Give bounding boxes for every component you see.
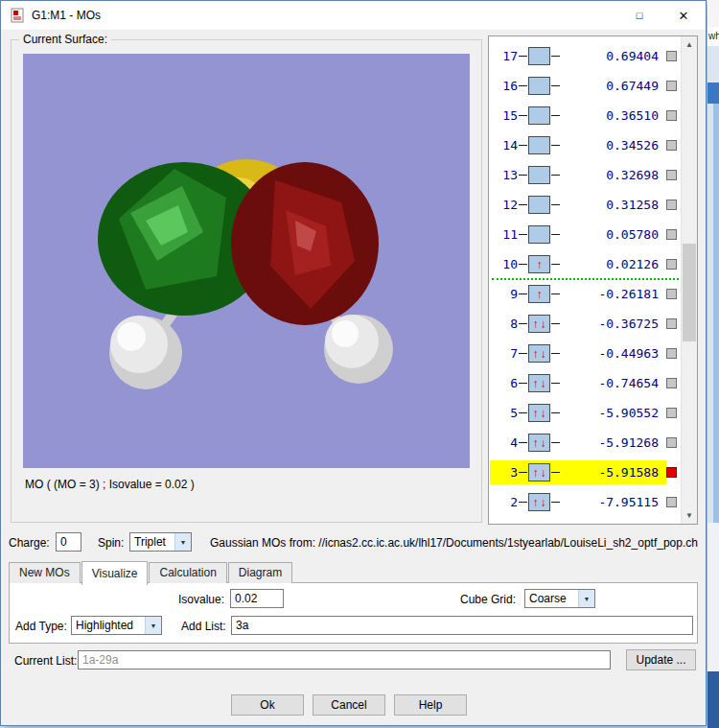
isovalue-input[interactable] (230, 589, 284, 608)
up-arrow-icon: ↑ (532, 497, 540, 508)
mo-level-box[interactable]: ↑ (528, 285, 550, 303)
mo-level-box[interactable]: ↑↓ (528, 344, 550, 363)
chevron-down-icon[interactable]: ▼ (578, 590, 594, 607)
mo-row-main[interactable]: 130.32698 (490, 163, 666, 187)
mo-row[interactable]: 5↑↓-5.90552 (490, 398, 681, 428)
mo-row-main[interactable]: 120.31258 (490, 193, 666, 217)
mo-level-box[interactable]: ↑↓ (528, 434, 550, 452)
background-block (707, 671, 719, 728)
chevron-down-icon[interactable]: ▼ (145, 617, 161, 634)
mo-row-main[interactable]: 5↑↓-5.90552 (490, 401, 666, 425)
mo-level-box[interactable]: ↑↓ (528, 315, 550, 333)
mo-visible-checkbox[interactable] (666, 497, 677, 507)
down-arrow-icon: ↓ (540, 318, 547, 330)
mo-visible-checkbox[interactable] (666, 140, 677, 151)
mo-visible-checkbox[interactable] (666, 259, 677, 270)
mo-connector-line (519, 85, 527, 86)
tab-calculation[interactable]: Calculation (149, 562, 226, 583)
ok-button[interactable]: Ok (231, 694, 304, 716)
mo-visible-checkbox[interactable] (666, 378, 677, 388)
mo-visible-checkbox[interactable] (666, 289, 677, 299)
mo-visible-checkbox[interactable] (666, 408, 677, 418)
mo-row[interactable]: 130.32698 (490, 160, 681, 190)
mo-row[interactable]: 140.34526 (490, 130, 681, 160)
mo-row[interactable]: 4↑↓-5.91268 (490, 428, 681, 458)
mo-row-main[interactable]: 3↑↓-5.91588 (490, 460, 666, 484)
mo-row[interactable]: 7↑↓-0.44963 (490, 339, 681, 368)
mo-level-box[interactable] (528, 136, 550, 154)
mo-row[interactable]: 6↑↓-0.74654 (490, 368, 681, 398)
mo-visible-checkbox[interactable] (666, 348, 677, 359)
mo-level-box[interactable]: ↑ (528, 255, 550, 273)
mo-level-box[interactable] (528, 106, 550, 125)
mo-index-label: 11 (495, 227, 518, 242)
mo-row[interactable]: 3↑↓-5.91588 (490, 458, 681, 487)
mo-visible-checkbox[interactable] (666, 467, 677, 478)
mo-row-main[interactable]: 140.34526 (490, 133, 666, 157)
chevron-down-icon[interactable]: ▼ (174, 533, 191, 551)
mo-row-main[interactable]: 8↑↓-0.36725 (490, 312, 666, 336)
spin-dropdown[interactable]: Triplet ▼ (129, 532, 192, 552)
mo-row-main[interactable]: 160.67449 (490, 74, 666, 98)
mo-level-box[interactable] (528, 166, 550, 184)
mo-row[interactable]: 10↑0.02126 (490, 249, 681, 279)
mo-visible-checkbox[interactable] (666, 170, 677, 180)
scrollbar-thumb[interactable] (683, 244, 696, 341)
mo-level-box[interactable] (528, 225, 550, 244)
mo-level-box[interactable] (528, 77, 550, 95)
mo-row-main[interactable]: 10↑0.02126 (490, 252, 666, 276)
tab-new-mos[interactable]: New MOs (9, 562, 81, 583)
mo-level-box[interactable]: ↑↓ (528, 463, 550, 481)
mo-visible-checkbox[interactable] (666, 110, 677, 121)
maximize-button[interactable]: □ (617, 1, 661, 30)
mo-row-main[interactable]: 150.36510 (490, 104, 666, 128)
scroll-up-icon[interactable]: ▲ (682, 36, 697, 53)
mo-row[interactable]: 160.67449 (490, 71, 681, 101)
update-button[interactable]: Update ... (626, 649, 696, 670)
scroll-down-icon[interactable]: ▼ (682, 507, 697, 524)
current-list-input[interactable] (78, 650, 611, 669)
mo-row-main[interactable]: 7↑↓-0.44963 (490, 341, 666, 365)
mo-level-box[interactable]: ↑↓ (528, 374, 550, 392)
tab-diagram[interactable]: Diagram (228, 562, 292, 583)
mo-row[interactable]: 8↑↓-0.36725 (490, 309, 681, 339)
mo-row[interactable]: 150.36510 (490, 101, 681, 130)
mo-level-box[interactable] (528, 47, 550, 65)
titlebar[interactable]: G1:M1 - MOs □ ✕ (1, 1, 706, 31)
add-type-dropdown[interactable]: Highlighted ▼ (71, 616, 162, 635)
cube-grid-dropdown-value: Coarse (525, 592, 578, 605)
mo-row-main[interactable]: 9↑-0.26181 (490, 282, 666, 306)
mo-level-box[interactable] (528, 196, 550, 214)
isovalue-label: Isovalue: (163, 593, 224, 606)
close-button[interactable]: ✕ (661, 1, 706, 30)
mo-row-main[interactable]: 170.69404 (490, 44, 666, 68)
mo-connector-line (551, 264, 560, 265)
help-button[interactable]: Help (394, 694, 467, 716)
background-window-sliver[interactable]: wh (707, 0, 719, 728)
mo-row[interactable]: 9↑-0.26181 (490, 279, 681, 309)
mo-visible-checkbox[interactable] (666, 318, 677, 329)
mo-visible-checkbox[interactable] (666, 51, 677, 61)
mo-visible-checkbox[interactable] (666, 437, 677, 448)
mo-level-box[interactable]: ↑↓ (528, 404, 550, 422)
mo-visible-checkbox[interactable] (666, 81, 677, 91)
add-list-input[interactable] (231, 616, 693, 635)
mo-row-main[interactable]: 2↑↓-7.95115 (490, 490, 666, 514)
charge-input[interactable] (56, 532, 81, 552)
mo-row[interactable]: 170.69404 (490, 41, 681, 71)
mo-row-main[interactable]: 4↑↓-5.91268 (490, 431, 666, 455)
cancel-button[interactable]: Cancel (313, 694, 385, 716)
mo-row[interactable]: 120.31258 (490, 190, 681, 220)
mo-list-scrollbar[interactable]: ▲ ▼ (681, 36, 697, 524)
cube-grid-dropdown[interactable]: Coarse ▼ (524, 589, 595, 608)
mo-connector-line (551, 175, 560, 176)
mo-row-main[interactable]: 6↑↓-0.74654 (490, 371, 666, 395)
mo-visible-checkbox[interactable] (666, 200, 677, 210)
mo-visible-checkbox[interactable] (666, 229, 677, 240)
mo-level-box[interactable]: ↑↓ (528, 493, 550, 511)
mo-row-main[interactable]: 110.05780 (490, 223, 666, 247)
molecule-3d-viewport[interactable] (23, 54, 470, 468)
tab-visualize[interactable]: Visualize (81, 561, 149, 585)
mo-row[interactable]: 2↑↓-7.95115 (490, 487, 681, 517)
mo-row[interactable]: 110.05780 (490, 220, 681, 249)
